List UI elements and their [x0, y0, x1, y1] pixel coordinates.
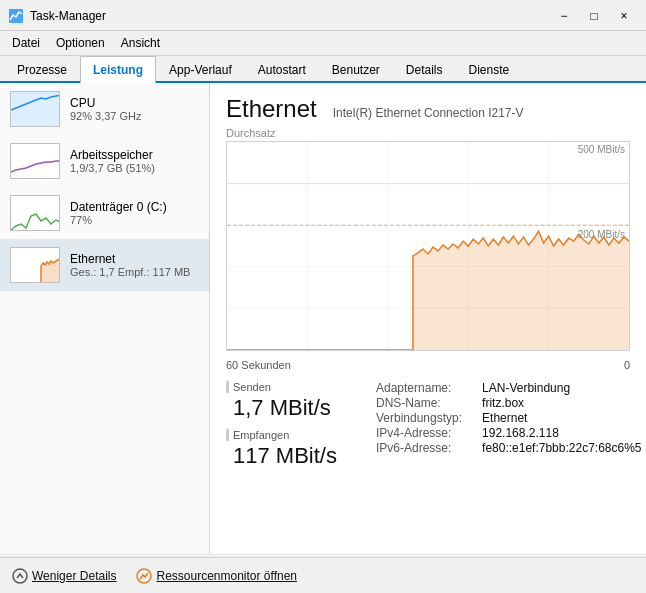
ethernet-mini-chart: [10, 247, 60, 283]
sidebar-item-disk[interactable]: Datenträger 0 (C:) 77%: [0, 187, 209, 239]
resource-monitor-icon: [136, 568, 152, 584]
chart-right-time: 0: [624, 359, 630, 371]
tab-benutzer[interactable]: Benutzer: [319, 56, 393, 83]
minimize-button[interactable]: −: [550, 6, 578, 26]
disk-mini-chart: [10, 195, 60, 231]
conntype-value: Ethernet: [482, 411, 641, 425]
adapter-value: LAN-Verbindung: [482, 381, 641, 395]
stats-info-row: Senden 1,7 MBit/s Empfangen 117 MBit/s A…: [226, 381, 630, 469]
adapter-label: Adaptername:: [376, 381, 462, 395]
chart-axis-label: Durchsatz: [226, 127, 630, 139]
detail-panel: Ethernet Intel(R) Ethernet Connection I2…: [210, 83, 646, 553]
cpu-subtitle: 92% 3,37 GHz: [70, 110, 199, 122]
chart-top-label: 500 MBit/s: [578, 144, 625, 155]
disk-subtitle: 77%: [70, 214, 199, 226]
detail-subtitle: Intel(R) Ethernet Connection I217-V: [333, 106, 524, 120]
sidebar-item-ethernet[interactable]: Ethernet Ges.: 1,7 Empf.: 117 MB: [0, 239, 209, 291]
menu-bar: Datei Optionen Ansicht: [0, 31, 646, 56]
stats-column: Senden 1,7 MBit/s Empfangen 117 MBit/s: [226, 381, 356, 469]
chart-time-label: 60 Sekunden: [226, 359, 291, 371]
tab-autostart[interactable]: Autostart: [245, 56, 319, 83]
resource-monitor-button[interactable]: Ressourcenmonitor öffnen: [136, 568, 297, 584]
detail-title: Ethernet: [226, 95, 317, 123]
chart-footer: 60 Sekunden 0: [226, 359, 630, 371]
sidebar: CPU 92% 3,37 GHz Arbeitsspeicher 1,9/3,7…: [0, 83, 210, 553]
tab-details[interactable]: Details: [393, 56, 456, 83]
send-label: Senden: [226, 381, 356, 393]
chevron-up-icon: [12, 568, 28, 584]
cpu-title: CPU: [70, 96, 199, 110]
tab-dienste[interactable]: Dienste: [456, 56, 523, 83]
dns-label: DNS-Name:: [376, 396, 462, 410]
ipv4-label: IPv4-Adresse:: [376, 426, 462, 440]
svg-marker-16: [227, 231, 629, 350]
memory-mini-chart: [10, 143, 60, 179]
sidebar-item-memory[interactable]: Arbeitsspeicher 1,9/3,7 GB (51%): [0, 135, 209, 187]
cpu-mini-chart: [10, 91, 60, 127]
tab-appverlauf[interactable]: App-Verlauf: [156, 56, 245, 83]
ipv4-value: 192.168.2.118: [482, 426, 641, 440]
send-value: 1,7 MBit/s: [226, 395, 356, 421]
bottom-bar: Weniger Details Ressourcenmonitor öffnen: [0, 557, 646, 593]
detail-header: Ethernet Intel(R) Ethernet Connection I2…: [226, 95, 630, 123]
receive-value: 117 MBit/s: [226, 443, 356, 469]
conntype-label: Verbindungstyp:: [376, 411, 462, 425]
sidebar-item-cpu[interactable]: CPU 92% 3,37 GHz: [0, 83, 209, 135]
app-title: Task-Manager: [30, 9, 106, 23]
memory-subtitle: 1,9/3,7 GB (51%): [70, 162, 199, 174]
receive-label: Empfangen: [226, 429, 356, 441]
ethernet-subtitle: Ges.: 1,7 Empf.: 117 MB: [70, 266, 199, 278]
maximize-button[interactable]: □: [580, 6, 608, 26]
tab-leistung[interactable]: Leistung: [80, 56, 156, 83]
ethernet-chart: 500 MBit/s 200 MBit/s: [226, 141, 630, 351]
ipv6-label: IPv6-Adresse:: [376, 441, 462, 455]
tab-prozesse[interactable]: Prozesse: [4, 56, 80, 83]
memory-title: Arbeitsspeicher: [70, 148, 199, 162]
disk-title: Datenträger 0 (C:): [70, 200, 199, 214]
send-stat: Senden 1,7 MBit/s: [226, 381, 356, 421]
dns-value: fritz.box: [482, 396, 641, 410]
chart-mid-label: 200 MBit/s: [578, 229, 625, 240]
receive-stat: Empfangen 117 MBit/s: [226, 429, 356, 469]
app-icon: [8, 8, 24, 24]
resource-monitor-label: Ressourcenmonitor öffnen: [156, 569, 297, 583]
tab-bar: Prozesse Leistung App-Verlauf Autostart …: [0, 56, 646, 83]
title-bar: Task-Manager − □ ×: [0, 0, 646, 31]
less-details-label: Weniger Details: [32, 569, 116, 583]
ethernet-title: Ethernet: [70, 252, 199, 266]
menu-datei[interactable]: Datei: [4, 33, 48, 53]
ipv6-value: fe80::e1ef:7bbb:22c7:68c6%5: [482, 441, 641, 455]
close-button[interactable]: ×: [610, 6, 638, 26]
main-content: CPU 92% 3,37 GHz Arbeitsspeicher 1,9/3,7…: [0, 83, 646, 553]
info-table: Adaptername: LAN-Verbindung DNS-Name: fr…: [376, 381, 642, 455]
less-details-button[interactable]: Weniger Details: [12, 568, 116, 584]
menu-optionen[interactable]: Optionen: [48, 33, 113, 53]
svg-point-17: [13, 569, 27, 583]
menu-ansicht[interactable]: Ansicht: [113, 33, 168, 53]
